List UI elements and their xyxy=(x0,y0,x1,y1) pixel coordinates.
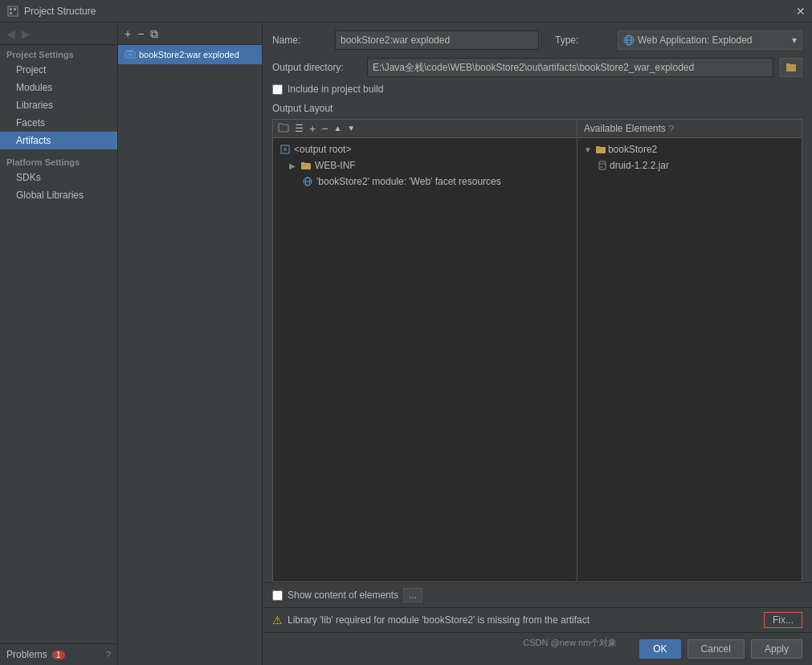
type-label: Type: xyxy=(555,35,611,46)
type-value: Web Application: Exploded xyxy=(638,35,753,46)
output-dir-label: Output directory: xyxy=(272,62,361,73)
sidebar-item-libraries[interactable]: Libraries xyxy=(0,96,117,114)
copy-artifact-button[interactable]: ⧉ xyxy=(149,28,160,39)
tree-item-web-inf[interactable]: ▶ WEB-INF xyxy=(276,157,573,173)
available-elements-help-icon[interactable]: ? xyxy=(669,124,674,133)
name-input[interactable] xyxy=(335,31,539,50)
apply-button[interactable]: Apply xyxy=(751,639,802,659)
artifact-list-toolbar: + − ⧉ xyxy=(118,22,262,45)
web-app-icon xyxy=(623,35,635,46)
folder-web-inf-icon xyxy=(300,160,312,171)
sidebar-item-modules[interactable]: Modules xyxy=(0,79,117,96)
sidebar-item-facets[interactable]: Facets xyxy=(0,114,117,132)
content-split: + − ⧉ bookStore2:war exploded Name: xyxy=(118,22,812,665)
druid-jar-label: druid-1.2.2.jar xyxy=(610,160,669,171)
show-directory-button[interactable] xyxy=(276,122,291,135)
bookstore2-label: bookStore2 xyxy=(608,144,657,155)
list-view-button[interactable]: ☰ xyxy=(293,124,305,133)
nav-back-button[interactable]: ◀ xyxy=(5,28,17,39)
output-layout-toolbar: ☰ + − ▲ ▼ xyxy=(273,120,577,138)
svg-rect-2 xyxy=(14,8,16,10)
move-up-button[interactable]: ▲ xyxy=(332,124,343,133)
warning-text: ⚠ Library 'lib' required for module 'boo… xyxy=(272,614,590,626)
right-panel: Name: Type: Web Applicatio xyxy=(263,22,812,665)
available-elements-tree: ▼ bookStore2 jar xyxy=(577,138,802,581)
bookstore2-folder-icon xyxy=(595,144,606,155)
web-facet-icon xyxy=(302,176,313,187)
title-bar-title: Project Structure xyxy=(24,6,96,17)
main-container: ◀ ▶ Project Settings Project Modules Lib… xyxy=(0,22,812,665)
platform-settings-section-label: Platform Settings xyxy=(0,153,117,169)
remove-artifact-button[interactable]: − xyxy=(136,28,145,39)
title-bar-icon xyxy=(6,5,19,18)
form-section: Name: Type: Web Applicatio xyxy=(263,22,812,119)
output-dir-row: Output directory: xyxy=(272,58,802,77)
add-element-button[interactable]: + xyxy=(308,123,317,134)
web-inf-label: WEB-INF xyxy=(315,160,356,171)
ok-button[interactable]: OK xyxy=(639,639,680,659)
svg-rect-5 xyxy=(127,50,133,52)
dialog-buttons: CSDN @new nm个对象 OK Cancel Apply xyxy=(263,632,812,665)
show-content-options-button[interactable]: ... xyxy=(403,588,422,602)
output-layout-panel: ☰ + − ▲ ▼ xyxy=(272,119,577,582)
include-build-checkbox[interactable] xyxy=(272,84,283,95)
sidebar-item-global-libraries[interactable]: Global Libraries xyxy=(0,186,117,204)
show-content-label: Show content of elements xyxy=(288,590,398,601)
tree-item-web-facet[interactable]: 'bookStore2' module: 'Web' facet resourc… xyxy=(276,173,573,190)
close-button[interactable]: ✕ xyxy=(796,5,806,18)
available-elements-header: Available Elements ? xyxy=(577,120,802,138)
layout-section: ☰ + − ▲ ▼ xyxy=(272,119,802,582)
svg-rect-1 xyxy=(10,8,12,10)
show-content-row: Show content of elements ... xyxy=(263,582,812,607)
include-build-label: Include in project build xyxy=(288,84,383,95)
move-down-button[interactable]: ▼ xyxy=(345,124,357,133)
artifact-list-panel: + − ⧉ bookStore2:war exploded xyxy=(118,22,263,665)
web-facet-label: 'bookStore2' module: 'Web' facet resourc… xyxy=(316,176,501,187)
name-row: Name: Type: Web Applicatio xyxy=(272,31,802,50)
sidebar-nav-buttons: ◀ ▶ xyxy=(0,22,117,45)
artifact-list-item[interactable]: bookStore2:war exploded xyxy=(118,45,262,64)
cancel-button[interactable]: Cancel xyxy=(688,639,745,659)
svg-rect-0 xyxy=(8,6,18,16)
output-root-label: <output root> xyxy=(294,144,351,155)
nav-forward-button[interactable]: ▶ xyxy=(20,28,32,39)
show-content-checkbox[interactable] xyxy=(272,590,283,601)
available-elements-panel: Available Elements ? ▼ bookStore2 xyxy=(577,119,802,582)
warning-icon: ⚠ xyxy=(272,614,283,626)
problems-badge: 1 xyxy=(52,651,65,659)
output-root-icon xyxy=(280,144,291,155)
war-exploded-icon xyxy=(124,49,136,60)
sidebar-help-icon[interactable]: ? xyxy=(106,650,111,659)
watermark: CSDN @new nm个对象 xyxy=(523,637,617,649)
available-elements-title: Available Elements xyxy=(584,123,666,134)
name-label: Name: xyxy=(272,35,328,46)
folder-browse-icon xyxy=(785,62,797,73)
sidebar-item-artifacts[interactable]: Artifacts xyxy=(0,132,117,149)
output-dir-input[interactable] xyxy=(367,58,773,77)
warning-bar: ⚠ Library 'lib' required for module 'boo… xyxy=(263,607,812,632)
sidebar: ◀ ▶ Project Settings Project Modules Lib… xyxy=(0,22,118,665)
type-dropdown-arrow: ▾ xyxy=(792,35,797,46)
directory-icon xyxy=(278,122,289,133)
remove-element-button[interactable]: − xyxy=(320,123,329,134)
available-druid-item[interactable]: jar druid-1.2.2.jar xyxy=(581,157,798,173)
warning-message: Library 'lib' required for module 'bookS… xyxy=(288,614,590,626)
add-artifact-button[interactable]: + xyxy=(123,28,133,39)
problems-label: Problems xyxy=(6,649,47,660)
tree-item-output-root[interactable]: <output root> xyxy=(276,141,573,157)
fix-button[interactable]: Fix... xyxy=(764,612,802,628)
output-layout-title: Output Layout xyxy=(272,103,802,114)
type-select[interactable]: Web Application: Exploded ▾ xyxy=(618,31,802,50)
artifact-item-label: bookStore2:war exploded xyxy=(139,50,239,59)
browse-folder-button[interactable] xyxy=(780,58,802,77)
output-tree-area: <output root> ▶ WEB-INF xyxy=(273,138,577,581)
sidebar-item-sdks[interactable]: SDKs xyxy=(0,169,117,186)
svg-rect-3 xyxy=(10,12,12,14)
jar-icon: jar xyxy=(597,160,608,171)
svg-text:jar: jar xyxy=(599,165,604,169)
available-bookstore2-item[interactable]: ▼ bookStore2 xyxy=(581,141,798,157)
title-bar: Project Structure ✕ xyxy=(0,0,812,22)
problems-section[interactable]: Problems 1 xyxy=(6,649,65,660)
project-settings-section-label: Project Settings xyxy=(0,45,117,61)
sidebar-item-project[interactable]: Project xyxy=(0,61,117,79)
